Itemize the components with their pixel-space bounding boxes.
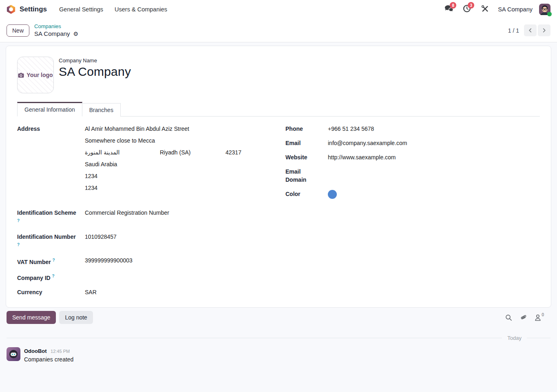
zip-input[interactable]: 42317 bbox=[225, 148, 285, 156]
menu-general-settings[interactable]: General Settings bbox=[53, 4, 109, 15]
form-left-column: Address Al Amir Mohammed Bin Abdul Aziz … bbox=[17, 125, 285, 302]
date-divider: Today bbox=[7, 335, 550, 341]
help-icon[interactable]: ? bbox=[17, 242, 20, 247]
send-message-button[interactable]: Send message bbox=[7, 311, 56, 324]
website-value[interactable]: http://www.saexample.com bbox=[328, 153, 540, 161]
message-text: Companies created bbox=[24, 356, 73, 363]
menu-users-companies[interactable]: Users & Companies bbox=[109, 4, 173, 15]
company-id-label: Company ID ? bbox=[17, 272, 85, 282]
action-gear-icon[interactable]: ⚙ bbox=[73, 31, 79, 37]
phone-label: Phone bbox=[285, 125, 328, 133]
odoo-logo-icon bbox=[7, 5, 15, 14]
search-messages-button[interactable] bbox=[505, 314, 512, 321]
tab-branches[interactable]: Branches bbox=[82, 103, 121, 117]
help-icon[interactable]: ? bbox=[17, 218, 20, 223]
activities-badge: 3 bbox=[468, 2, 474, 9]
form-sheet: Your logo Company Name SA Company Genera… bbox=[6, 46, 551, 308]
camera-icon bbox=[18, 73, 24, 78]
help-icon[interactable]: ? bbox=[53, 258, 55, 262]
address-extra2-input[interactable]: 1234 bbox=[85, 184, 285, 192]
identification-number-label: Identification Number ? bbox=[17, 233, 85, 251]
street2-input[interactable]: Somewhere close to Mecca bbox=[85, 137, 285, 145]
country-select[interactable]: Saudi Arabia bbox=[85, 160, 285, 168]
breadcrumb-companies[interactable]: Companies bbox=[34, 23, 78, 30]
attach-files-button[interactable] bbox=[520, 314, 527, 321]
identification-scheme-label: Identification Scheme ? bbox=[17, 209, 85, 227]
chatter: Send message Log note bbox=[6, 308, 551, 363]
vat-number-value[interactable]: 399999999900003 bbox=[85, 256, 285, 266]
breadcrumb: Companies SA Company ⚙ bbox=[34, 23, 78, 37]
city-input[interactable]: المدينة المنورة bbox=[85, 148, 160, 156]
color-picker-dot[interactable] bbox=[328, 190, 337, 199]
address-block: Al Amir Mohammed Bin Abdul Aziz Street S… bbox=[85, 125, 285, 196]
company-switcher[interactable]: SA Company bbox=[498, 6, 533, 13]
message-timestamp: 12:45 PM bbox=[51, 349, 70, 354]
address-label: Address bbox=[17, 125, 85, 203]
chevron-right-icon bbox=[542, 28, 546, 33]
log-note-button[interactable]: Log note bbox=[59, 311, 93, 324]
color-label: Color bbox=[285, 190, 328, 199]
main-content: Your logo Company Name SA Company Genera… bbox=[0, 42, 557, 392]
follower-person-icon bbox=[535, 314, 541, 321]
help-icon[interactable]: ? bbox=[52, 274, 55, 278]
followers-button[interactable]: 0 bbox=[535, 314, 544, 321]
website-label: Website bbox=[285, 153, 328, 161]
online-status-dot bbox=[547, 12, 552, 16]
breadcrumb-current: SA Company bbox=[34, 30, 70, 37]
navbar-systray: 8 3 SA Company bbox=[442, 3, 550, 15]
pager-next-button[interactable] bbox=[538, 24, 550, 36]
notebook-tabs: General Information Branches bbox=[17, 102, 540, 117]
email-domain-value[interactable] bbox=[328, 167, 540, 184]
state-select[interactable]: Riyadh (SA) bbox=[160, 148, 225, 156]
chevron-left-icon bbox=[528, 28, 533, 33]
user-avatar[interactable] bbox=[539, 4, 550, 15]
company-name-input[interactable]: SA Company bbox=[59, 65, 131, 79]
app-name[interactable]: Settings bbox=[20, 5, 47, 13]
currency-value[interactable]: SAR bbox=[85, 288, 285, 296]
currency-label: Currency bbox=[17, 288, 85, 296]
company-name-label: Company Name bbox=[59, 57, 131, 64]
control-panel: New Companies SA Company ⚙ 1 / 1 bbox=[0, 19, 557, 42]
followers-count: 0 bbox=[542, 313, 544, 317]
form-right-column: Phone +966 51 234 5678 Email info@compan… bbox=[285, 125, 540, 302]
tab-general-information[interactable]: General Information bbox=[17, 102, 82, 117]
vat-number-label: VAT Number ? bbox=[17, 256, 85, 266]
chatter-message: OdooBot 12:45 PM Companies created bbox=[7, 347, 550, 363]
pager-counter: 1 / 1 bbox=[508, 27, 519, 34]
app-brand[interactable]: Settings bbox=[7, 5, 47, 14]
odoobot-avatar[interactable] bbox=[7, 347, 20, 361]
email-label: Email bbox=[285, 139, 328, 147]
company-id-value[interactable] bbox=[85, 272, 285, 282]
identification-number-value[interactable]: 1010928457 bbox=[85, 233, 285, 251]
wrench-screwdriver-icon bbox=[481, 5, 489, 14]
email-domain-label: Email Domain bbox=[285, 167, 328, 184]
paperclip-icon bbox=[520, 314, 527, 321]
address-extra1-input[interactable]: 1234 bbox=[85, 172, 285, 180]
logo-placeholder-text: Your logo bbox=[27, 72, 53, 78]
messages-badge: 8 bbox=[450, 2, 456, 9]
debug-tools-button[interactable] bbox=[477, 3, 492, 15]
top-navbar: Settings General Settings Users & Compan… bbox=[0, 0, 557, 19]
email-value[interactable]: info@company.saexample.com bbox=[328, 139, 540, 147]
message-author[interactable]: OdooBot bbox=[24, 348, 47, 354]
search-icon bbox=[505, 314, 512, 321]
phone-value[interactable]: +966 51 234 5678 bbox=[328, 125, 540, 133]
activities-button[interactable]: 3 bbox=[460, 3, 474, 15]
messages-button[interactable]: 8 bbox=[442, 3, 456, 15]
company-logo-upload[interactable]: Your logo bbox=[17, 57, 54, 93]
identification-scheme-value[interactable]: Commercial Registration Number bbox=[85, 209, 285, 227]
new-button[interactable]: New bbox=[7, 24, 29, 37]
street-input[interactable]: Al Amir Mohammed Bin Abdul Aziz Street bbox=[85, 125, 285, 133]
pager-previous-button[interactable] bbox=[524, 24, 537, 36]
date-divider-label: Today bbox=[507, 335, 522, 341]
